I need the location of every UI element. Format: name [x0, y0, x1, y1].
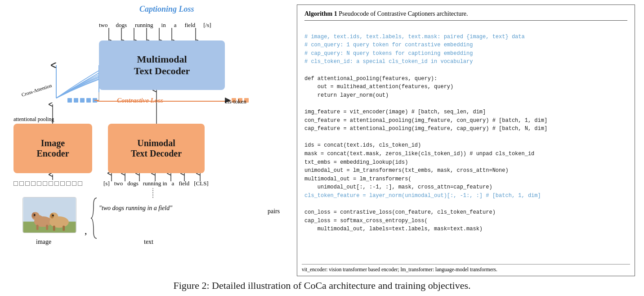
svg-rect-12 — [86, 98, 91, 103]
svg-rect-44 — [36, 224, 39, 230]
token-field: field — [184, 22, 195, 29]
algorithm-number: Algorithm 1 — [304, 10, 337, 17]
algorithm-code: # image, text.ids, text.labels, text.mas… — [304, 24, 627, 242]
svg-rect-13 — [93, 98, 97, 103]
code-line-4: # cls_token_id: a special cls_token_id i… — [304, 58, 473, 65]
code-cap-loss-2: multimodal_out, labels=text.labels, mask… — [304, 226, 483, 232]
content-row: Captioning Loss two dogs running in a fi… — [9, 4, 635, 276]
svg-rect-11 — [80, 98, 85, 103]
main-container: Captioning Loss two dogs running in a fi… — [0, 0, 644, 296]
text-label: text — [144, 238, 153, 246]
token-dogs: dogs — [116, 22, 127, 29]
code-ids: ids = concat(text.ids, cls_token_id) — [304, 142, 421, 148]
patch-7 — [49, 181, 53, 186]
code-out: out = multihead_attention(features, quer… — [304, 84, 453, 90]
code-con-loss: con_loss = contrastive_loss(con_feature,… — [304, 209, 496, 215]
input-cls: [CLS] — [194, 180, 209, 187]
patch-4 — [31, 181, 36, 186]
patch-6 — [43, 181, 47, 186]
input-two: two — [114, 180, 123, 187]
comma-separator: , — [85, 225, 87, 237]
code-line-3: # cap_query: N query tokens for captioni… — [304, 50, 473, 57]
algorithm-title: Algorithm 1 Pseudocode of Contrastive Ca… — [304, 10, 627, 21]
diagram-inner: Captioning Loss two dogs running in a fi… — [9, 4, 288, 256]
patch-11 — [72, 181, 76, 186]
svg-rect-46 — [53, 225, 55, 231]
code-cap-feature: cap_feature = attentional_pooling(img_fe… — [304, 126, 547, 132]
code-cap-loss: cap_loss = softmax_cross_entropy_loss( — [304, 218, 428, 224]
pairs-label: pairs — [268, 208, 280, 215]
code-def: def attentional_pooling(features, query)… — [304, 76, 437, 82]
code-cls-feature: cls_token_feature = layer_norm(unimodal_… — [304, 193, 541, 199]
patch-8 — [54, 181, 59, 186]
quoted-text: "two dogs running in a field" — [99, 205, 172, 212]
svg-point-39 — [34, 214, 36, 216]
figure-caption: Figure 2: Detailed illustration of CoCa … — [173, 280, 470, 292]
code-img-feature: img_feature = vit_encoder(image) # [batc… — [304, 109, 486, 115]
code-multimodal: multimodal_out = lm_transformers( — [304, 176, 411, 182]
svg-rect-9 — [67, 98, 72, 103]
patch-9 — [60, 181, 65, 186]
token-two: two — [99, 22, 108, 29]
patch-2 — [19, 181, 24, 186]
patch-12 — [78, 181, 82, 186]
cls-token-label: cls-token — [225, 98, 246, 105]
code-return: return layer_norm(out) — [304, 92, 389, 99]
code-line-2: # con_query: 1 query token for contrasti… — [304, 42, 473, 48]
input-dogs: dogs — [127, 180, 139, 187]
svg-rect-47 — [63, 225, 65, 231]
attentional-pooling-label: attentional pooling — [13, 116, 54, 123]
input-field: field — [179, 180, 189, 187]
token-in: in — [161, 22, 166, 29]
dog-image-svg — [23, 197, 76, 233]
code-txt-embs: txt_embs = embedding_lookup(ids) — [304, 159, 408, 166]
input-s: [s] — [103, 180, 110, 187]
input-running: running in — [143, 180, 167, 187]
algorithm-box: Algorithm 1 Pseudocode of Contrastive Ca… — [297, 4, 635, 276]
cross-attention-label: Cross-Attention — [21, 83, 53, 98]
code-unimodal: unimodal_out = lm_transformers(txt_embs,… — [304, 167, 509, 174]
multimodal-text-decoder: MultimodalText Decoder — [99, 40, 225, 90]
svg-rect-45 — [46, 224, 48, 230]
patch-10 — [66, 181, 71, 186]
token-running: running — [135, 22, 153, 29]
token-a: a — [174, 22, 177, 29]
code-multimodal-2: unimodal_out[:, :-1, :], mask, cross_att… — [304, 184, 492, 190]
dog-image — [22, 197, 76, 233]
patch-squares — [13, 181, 82, 186]
algorithm-footer: vit_encoder: vision transformer based en… — [302, 264, 630, 272]
captioning-loss-label: Captioning Loss — [139, 4, 194, 14]
diagram-side: Captioning Loss two dogs running in a fi… — [9, 4, 288, 276]
contrastive-loss-label: Contrastive Loss — [117, 97, 163, 104]
token-eos: [/s] — [203, 22, 211, 29]
patch-1 — [13, 181, 18, 186]
output-tokens: two dogs running in a field [/s] — [99, 22, 211, 29]
svg-point-43 — [52, 215, 54, 216]
input-a: a — [172, 180, 174, 187]
code-mask: mask = concat(text.mask, zeros_like(cls_… — [304, 151, 534, 157]
unimodal-text-decoder: UnimodalText Decoder — [108, 124, 205, 173]
patch-3 — [25, 181, 30, 186]
code-con-feature: con_feature = attentional_pooling(img_fe… — [304, 117, 547, 124]
patch-5 — [37, 181, 41, 186]
code-line-1: # image, text.ids, text.labels, text.mas… — [304, 34, 525, 40]
image-label: image — [36, 238, 51, 246]
input-tokens: [s] two dogs running in a field [CLS] — [103, 180, 209, 187]
algorithm-description: Pseudocode of Contrastive Captioners arc… — [339, 10, 468, 17]
svg-rect-10 — [74, 98, 78, 103]
image-encoder-box: ImageEncoder — [13, 124, 92, 173]
